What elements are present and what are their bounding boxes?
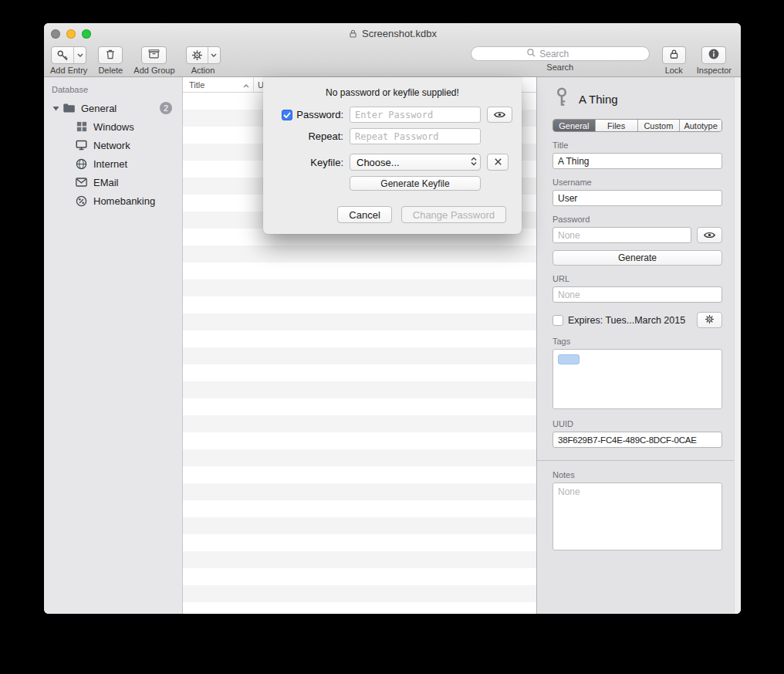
- password-field[interactable]: [553, 227, 691, 243]
- clear-keyfile-button[interactable]: [487, 154, 509, 171]
- monitor-icon: [75, 140, 88, 151]
- sidebar-group-general[interactable]: General 2: [44, 99, 182, 117]
- title-field[interactable]: [553, 153, 722, 169]
- password-checkbox[interactable]: [282, 110, 292, 120]
- sidebar-group-label: General: [81, 103, 117, 114]
- sidebar-item-label: Network: [93, 140, 130, 151]
- add-entry-label: Add Entry: [50, 66, 87, 75]
- keyfile-label-text: Keyfile:: [310, 157, 343, 168]
- notes-field[interactable]: [553, 483, 722, 550]
- expires-checkbox[interactable]: [553, 315, 563, 326]
- password-row-label: Password:: [275, 109, 343, 120]
- keyfile-popup[interactable]: Choose...: [350, 154, 481, 171]
- chevron-down-icon[interactable]: [208, 47, 220, 63]
- lock-icon: [668, 48, 680, 63]
- windows-icon: [75, 121, 88, 132]
- url-field[interactable]: [553, 286, 722, 303]
- inspector-header: A Thing: [553, 86, 722, 111]
- info-icon: [708, 48, 720, 63]
- toolbar: Add Entry Delete Add Group: [44, 44, 741, 77]
- tab-label: Autotype: [684, 121, 717, 130]
- tab-label: General: [559, 121, 589, 130]
- app-window: Screenshot.kdbx Add Entry Delete: [44, 23, 741, 614]
- column-header-title[interactable]: Title: [183, 77, 254, 92]
- envelope-icon: [75, 178, 88, 187]
- disclosure-triangle-icon[interactable]: [51, 106, 60, 111]
- sidebar-item-network[interactable]: Network: [44, 136, 182, 154]
- entry-title: A Thing: [579, 93, 618, 106]
- generate-keyfile-button[interactable]: Generate Keyfile: [350, 176, 481, 191]
- repeat-password-input[interactable]: [350, 128, 481, 144]
- tab-autotype[interactable]: Autotype: [680, 120, 721, 131]
- search-icon: [526, 47, 536, 61]
- uuid-field[interactable]: [553, 432, 722, 448]
- keyfile-row-label: Keyfile:: [275, 157, 343, 168]
- expires-settings-button[interactable]: [697, 312, 722, 328]
- repeat-label-text: Repeat:: [308, 130, 343, 142]
- column-title-label: Title: [189, 80, 204, 90]
- change-password-button[interactable]: Change Password: [401, 206, 506, 223]
- sidebar-item-homebanking[interactable]: Homebanking: [44, 191, 182, 210]
- sidebar-item-email[interactable]: EMail: [44, 173, 182, 191]
- document-icon: [348, 29, 358, 39]
- tags-label: Tags: [553, 337, 722, 346]
- inspector-button[interactable]: [701, 46, 726, 64]
- action-label: Action: [191, 66, 215, 75]
- column-header-username[interactable]: U: [254, 80, 264, 90]
- chevron-down-icon[interactable]: [74, 47, 86, 63]
- search-input[interactable]: [539, 49, 593, 59]
- eye-icon: [703, 229, 716, 242]
- tag-pill[interactable]: [558, 354, 580, 364]
- dialog-message: No password or keyfile supplied!: [263, 87, 522, 98]
- lock-label: Lock: [665, 66, 683, 75]
- username-field-label: Username: [553, 178, 722, 187]
- reveal-password-button[interactable]: [697, 227, 722, 243]
- tab-files[interactable]: Files: [596, 120, 638, 131]
- sidebar-item-windows[interactable]: Windows: [44, 117, 182, 136]
- tab-custom[interactable]: Custom: [638, 120, 681, 131]
- url-field-label: URL: [553, 274, 722, 283]
- cancel-label: Cancel: [349, 209, 380, 221]
- title-field-label: Title: [553, 141, 722, 150]
- tab-label: Custom: [644, 121, 673, 130]
- add-entry-item: Add Entry: [50, 46, 87, 75]
- search-field[interactable]: [471, 46, 650, 61]
- add-entry-button[interactable]: [51, 46, 86, 64]
- inspector-scrollbar[interactable]: [734, 77, 741, 614]
- tags-field[interactable]: [553, 349, 722, 409]
- sort-ascending-icon: [243, 80, 249, 90]
- check-icon: [283, 112, 291, 118]
- title-bar[interactable]: Screenshot.kdbx: [44, 23, 741, 44]
- change-password-label: Change Password: [413, 209, 495, 221]
- cancel-button[interactable]: Cancel: [337, 206, 391, 223]
- lock-item: Lock: [662, 46, 686, 75]
- key-icon: [553, 87, 571, 110]
- action-button[interactable]: [186, 46, 221, 64]
- keyfile-popup-value: Choose...: [357, 157, 400, 168]
- gear-icon: [705, 314, 715, 327]
- search-label: Search: [546, 63, 573, 72]
- new-password-input[interactable]: [350, 107, 481, 123]
- username-field[interactable]: [553, 190, 722, 206]
- tab-label: Files: [607, 121, 625, 130]
- lock-button[interactable]: [662, 46, 686, 64]
- sidebar-section-header: Database: [44, 77, 182, 99]
- generate-password-button[interactable]: Generate: [553, 250, 722, 266]
- generate-label: Generate: [618, 252, 657, 263]
- add-group-label: Add Group: [133, 66, 174, 75]
- add-group-item: Add Group: [133, 46, 174, 75]
- eye-icon: [493, 108, 506, 122]
- entry-count-badge: 2: [160, 102, 172, 114]
- add-group-button[interactable]: [141, 46, 167, 64]
- folder-icon: [63, 103, 76, 113]
- inspector-label: Inspector: [697, 66, 732, 75]
- tab-general[interactable]: General: [553, 120, 596, 131]
- delete-button[interactable]: [98, 46, 123, 64]
- reveal-password-button[interactable]: [487, 107, 512, 123]
- change-password-dialog: No password or keyfile supplied! Passwor…: [263, 77, 522, 234]
- sidebar-item-internet[interactable]: Internet: [44, 154, 182, 173]
- trash-icon: [104, 48, 117, 63]
- divider: [537, 460, 741, 461]
- window-title-area: Screenshot.kdbx: [44, 23, 741, 44]
- password-label-text: Password:: [296, 109, 343, 120]
